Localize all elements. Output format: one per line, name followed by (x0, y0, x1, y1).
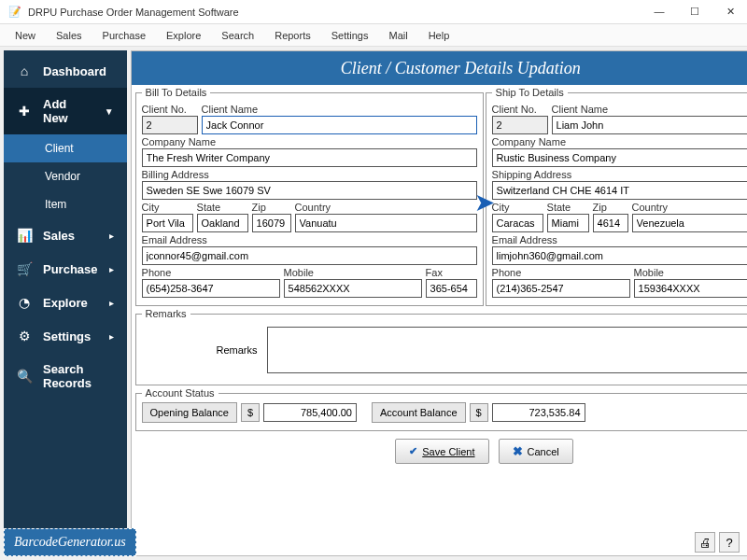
chevron-right-icon: ▸ (109, 231, 114, 241)
bill-clientname-field[interactable] (202, 116, 477, 134)
ship-phone-field[interactable] (492, 279, 630, 298)
cancel-button[interactable]: ✖ Cancel (499, 439, 573, 464)
bill-to-fieldset: Bill To Details Client No. Client Name C… (135, 87, 484, 306)
currency-symbol: $ (470, 403, 488, 422)
remarks-label: Remarks (146, 344, 258, 356)
account-balance-field[interactable] (492, 403, 585, 422)
ship-mobile-field[interactable] (634, 279, 747, 298)
sidebar-sub-vendor[interactable]: Vendor (4, 162, 127, 190)
sidebar-sub-item[interactable]: Item (4, 190, 127, 218)
panel-title: Client / Customer Details Updation (139, 59, 747, 78)
close-window-button[interactable]: ✕ (721, 6, 740, 18)
sidebar-item-explore[interactable]: ◔ Explore ▸ (4, 286, 127, 319)
ship-country-field[interactable] (632, 214, 747, 232)
ship-company-field[interactable] (492, 148, 747, 167)
bill-clientno-field[interactable] (142, 116, 198, 134)
sidebar: ⌂ Dashboard ✚ Add New ▼ Client Vendor It… (4, 50, 127, 556)
chevron-right-icon: ▸ (109, 264, 114, 274)
bill-country-field[interactable] (295, 214, 477, 232)
bill-city-field[interactable] (142, 214, 193, 232)
sidebar-item-purchase[interactable]: 🛒 Purchase ▸ (4, 252, 127, 286)
bill-address-field[interactable] (142, 181, 477, 200)
chevron-right-icon: ▸ (109, 331, 114, 342)
menu-mail[interactable]: Mail (379, 26, 416, 45)
remarks-textarea[interactable] (267, 327, 747, 373)
menu-explore[interactable]: Explore (157, 26, 210, 45)
explore-icon: ◔ (17, 295, 32, 310)
main-panel: Client / Customer Details Updation Close… (131, 50, 747, 556)
sidebar-item-add-new[interactable]: ✚ Add New ▼ (4, 88, 127, 134)
account-legend: Account Status (142, 387, 218, 399)
panel-header: Client / Customer Details Updation Close (132, 51, 747, 85)
ship-clientname-field[interactable] (552, 116, 747, 134)
minimize-button[interactable]: — (650, 6, 669, 18)
cart-icon: 🛒 (17, 261, 32, 276)
ship-address-field[interactable] (492, 181, 747, 200)
bill-company-field[interactable] (142, 148, 477, 167)
plus-icon: ✚ (17, 104, 32, 119)
opening-balance-label: Opening Balance (142, 402, 237, 423)
menu-help[interactable]: Help (419, 26, 459, 45)
ship-zip-field[interactable] (593, 214, 628, 232)
bill-legend: Bill To Details (142, 87, 211, 98)
bill-phone-field[interactable] (142, 279, 280, 298)
check-icon: ✔ (409, 445, 417, 457)
arrow-icon: ➤ (475, 189, 494, 216)
bill-state-field[interactable] (197, 214, 248, 232)
brand-badge: BarcodeGenerator.us (4, 528, 136, 556)
ship-clientno-field[interactable] (492, 116, 548, 134)
menu-new[interactable]: New (6, 26, 45, 45)
remarks-legend: Remarks (142, 308, 190, 319)
sidebar-sub-client[interactable]: Client (4, 134, 127, 162)
menu-reports[interactable]: Reports (265, 26, 320, 45)
sidebar-item-dashboard[interactable]: ⌂ Dashboard (4, 54, 127, 88)
ship-email-field[interactable] (492, 246, 747, 265)
maximize-button[interactable]: ☐ (685, 6, 704, 18)
gear-icon: ⚙ (17, 329, 32, 343)
window-title: DRPU Purchase Order Management Software (28, 7, 650, 18)
app-icon: 📝 (7, 5, 22, 20)
help-icon[interactable]: ? (719, 532, 740, 553)
chevron-down-icon: ▼ (105, 106, 114, 117)
remarks-fieldset: Remarks Remarks (135, 308, 747, 385)
bill-email-field[interactable] (142, 246, 477, 265)
titlebar: 📝 DRPU Purchase Order Management Softwar… (0, 0, 747, 24)
sidebar-item-settings[interactable]: ⚙ Settings ▸ (4, 319, 127, 353)
ship-city-field[interactable] (492, 214, 543, 232)
bill-zip-field[interactable] (252, 214, 291, 232)
account-balance-label: Account Balance (372, 402, 466, 423)
ship-state-field[interactable] (547, 214, 589, 232)
opening-balance-field[interactable] (263, 403, 357, 422)
menu-settings[interactable]: Settings (322, 26, 378, 45)
print-icon[interactable]: 🖨 (695, 532, 715, 553)
save-client-button[interactable]: ✔ Save Client (395, 439, 488, 464)
menubar: New Sales Purchase Explore Search Report… (0, 24, 747, 47)
currency-symbol: $ (241, 403, 260, 422)
home-icon: ⌂ (17, 63, 32, 78)
search-icon: 🔍 (17, 369, 32, 384)
sidebar-item-search-records[interactable]: 🔍 Search Records (4, 353, 127, 399)
ship-to-fieldset: Ship To Details Client No. Client Name C… (486, 87, 747, 306)
ship-legend: Ship To Details (492, 87, 568, 98)
menu-search[interactable]: Search (212, 26, 263, 45)
menu-purchase[interactable]: Purchase (93, 26, 155, 45)
sidebar-item-sales[interactable]: 📊 Sales ▸ (4, 218, 127, 252)
bill-fax-field[interactable] (426, 279, 477, 298)
account-status-fieldset: Account Status Opening Balance $ Account… (135, 387, 747, 431)
bill-mobile-field[interactable] (284, 279, 422, 298)
chart-icon: 📊 (17, 228, 32, 243)
x-icon: ✖ (513, 444, 523, 458)
menu-sales[interactable]: Sales (47, 26, 92, 45)
chevron-right-icon: ▸ (109, 298, 114, 308)
